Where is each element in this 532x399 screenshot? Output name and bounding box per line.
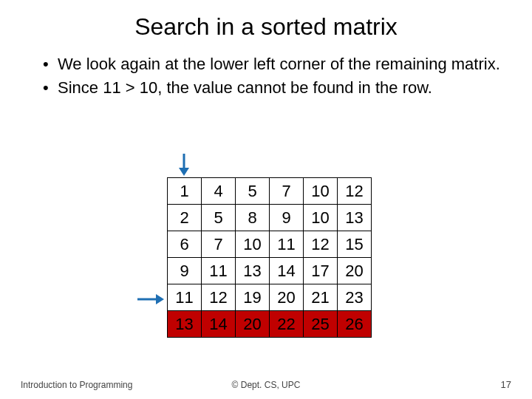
cell: 12 [304,231,338,258]
cell: 20 [236,311,270,338]
cell: 13 [236,258,270,284]
cell: 9 [270,205,304,231]
bullet-item: Since 11 > 10, the value cannot be found… [43,78,502,98]
cell: 9 [168,258,202,284]
cell: 10 [304,178,338,205]
arrow-right-icon [137,293,165,305]
cell: 14 [270,258,304,284]
cell: 13 [338,205,372,231]
cell: 6 [168,231,202,258]
matrix-table-wrap: 1 4 5 7 10 12 2 5 8 9 10 13 6 7 10 11 12 [167,177,372,338]
bullet-list: We look again at the lower left corner o… [43,54,502,98]
cell: 23 [338,284,372,311]
cell: 1 [168,178,202,205]
cell: 17 [304,258,338,284]
cell: 21 [304,284,338,311]
cell: 12 [202,284,236,311]
cell: 10 [236,231,270,258]
svg-marker-3 [156,294,164,304]
cell: 12 [338,178,372,205]
slide-number: 17 [501,379,511,390]
cell: 19 [236,284,270,311]
table-row: 9 11 13 14 17 20 [168,258,372,284]
cell: 8 [236,205,270,231]
svg-marker-1 [179,168,189,176]
cell: 4 [202,178,236,205]
table-row: 11 12 19 20 21 23 [168,284,372,311]
cell: 11 [168,284,202,311]
arrow-down-icon [177,153,191,177]
table-row-highlight: 13 14 20 22 25 26 [168,311,372,338]
cell: 20 [338,258,372,284]
cell: 25 [304,311,338,338]
slide-title: Search in a sorted matrix [30,13,502,41]
cell: 5 [202,205,236,231]
table-row: 2 5 8 9 10 13 [168,205,372,231]
cell: 22 [270,311,304,338]
cell: 2 [168,205,202,231]
cell: 13 [168,311,202,338]
cell: 11 [270,231,304,258]
cell: 14 [202,311,236,338]
matrix-table: 1 4 5 7 10 12 2 5 8 9 10 13 6 7 10 11 12 [167,177,372,338]
cell: 7 [270,178,304,205]
cell: 26 [338,311,372,338]
cell: 11 [202,258,236,284]
cell: 5 [236,178,270,205]
bullet-item: We look again at the lower left corner o… [43,54,502,75]
cell: 7 [202,231,236,258]
cell: 20 [270,284,304,311]
cell: 15 [338,231,372,258]
cell: 10 [304,205,338,231]
footer-center: © Dept. CS, UPC [0,380,532,390]
table-row: 6 7 10 11 12 15 [168,231,372,258]
table-row: 1 4 5 7 10 12 [168,178,372,205]
